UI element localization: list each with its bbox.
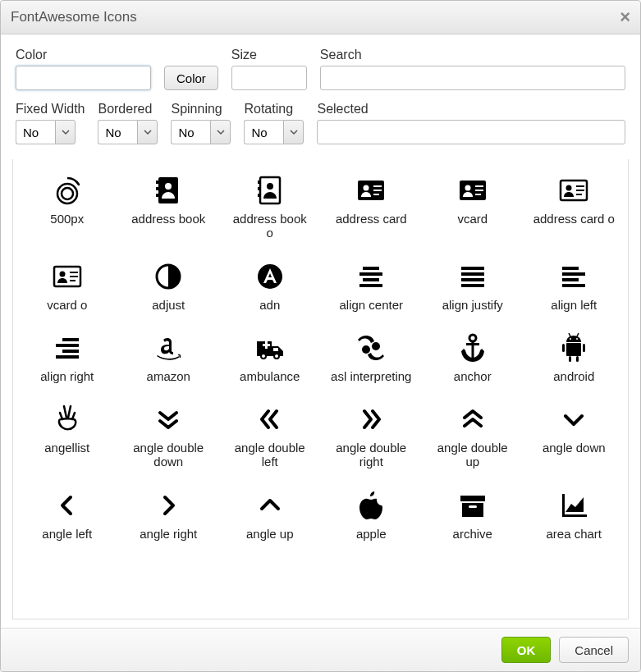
svg-rect-42 <box>461 284 484 287</box>
bordered-select[interactable] <box>98 120 158 144</box>
icon-cell-angle-down[interactable]: angle down <box>524 395 625 481</box>
icon-label: align left <box>551 298 597 312</box>
angle-right-icon <box>152 487 185 523</box>
svg-rect-32 <box>70 280 76 281</box>
icon-cell-vcard-o[interactable]: vcard o <box>16 252 118 323</box>
angle-left-icon <box>51 487 84 523</box>
spinning-dropdown-button[interactable] <box>210 120 231 144</box>
icon-cell-address-card-o[interactable]: address card o <box>524 166 625 252</box>
svg-point-24 <box>566 185 572 191</box>
angle-double-left-icon <box>254 401 286 437</box>
icon-cell-vcard[interactable]: vcard <box>422 166 524 252</box>
svg-rect-45 <box>562 278 579 281</box>
spinning-select[interactable] <box>171 120 231 144</box>
svg-rect-35 <box>363 267 379 270</box>
bordered-value[interactable] <box>98 120 137 144</box>
svg-point-52 <box>275 354 278 358</box>
icon-label: angle right <box>140 527 197 541</box>
rotating-value[interactable] <box>244 120 283 144</box>
size-field: Size <box>231 48 307 90</box>
icon-cell-anchor[interactable]: anchor <box>422 323 524 395</box>
icon-label: asl interpreting <box>331 369 411 383</box>
icon-cell-angle-double-down[interactable]: angle double down <box>118 395 220 481</box>
svg-rect-30 <box>70 272 78 273</box>
bordered-field: Bordered <box>98 102 158 144</box>
icon-cell-ambulance[interactable]: ambulance <box>219 323 321 395</box>
icon-cell-archive[interactable]: archive <box>422 481 524 552</box>
icon-cell-angellist[interactable]: angellist <box>16 395 118 481</box>
svg-point-12 <box>267 183 273 190</box>
cancel-button[interactable]: Cancel <box>559 637 629 663</box>
svg-point-7 <box>165 183 172 190</box>
icon-cell-address-book[interactable]: address book <box>118 166 220 252</box>
svg-rect-16 <box>373 190 382 191</box>
chevron-down-icon <box>217 128 225 136</box>
color-input[interactable] <box>16 66 151 90</box>
svg-rect-69 <box>462 503 483 517</box>
svg-line-67 <box>577 333 579 336</box>
svg-point-1 <box>57 184 77 203</box>
icon-cell-adn[interactable]: adn <box>219 252 321 323</box>
search-input[interactable] <box>320 66 625 90</box>
bordered-dropdown-button[interactable] <box>137 120 158 144</box>
rotating-select[interactable] <box>244 120 304 144</box>
close-icon[interactable]: × <box>620 8 630 26</box>
fixed-width-select[interactable] <box>16 120 85 144</box>
icon-cell-angle-double-up[interactable]: angle double up <box>422 395 524 481</box>
align-center-icon <box>355 258 387 295</box>
icon-cell-angle-double-right[interactable]: angle double right <box>321 395 423 481</box>
svg-point-51 <box>262 354 265 358</box>
icon-grid-scroll[interactable]: 500pxaddress bookaddress book oaddress c… <box>13 159 628 619</box>
angellist-icon <box>51 401 84 437</box>
size-input[interactable] <box>231 66 307 90</box>
svg-point-0 <box>62 188 73 199</box>
rotating-field: Rotating <box>244 102 304 144</box>
fixed-width-label: Fixed Width <box>16 102 85 117</box>
chevron-down-icon <box>62 128 70 136</box>
anchor-icon <box>456 330 489 366</box>
icon-cell-asl-interpreting[interactable]: asl interpreting <box>321 323 423 395</box>
icon-cell-area-chart[interactable]: area chart <box>524 481 625 552</box>
icon-cell-angle-double-left[interactable]: angle double left <box>219 395 321 481</box>
svg-rect-63 <box>583 344 585 352</box>
icon-cell-address-card[interactable]: address card <box>321 166 423 252</box>
icon-cell-adjust[interactable]: adjust <box>118 252 220 323</box>
svg-point-19 <box>465 185 470 191</box>
icon-cell-apple[interactable]: apple <box>321 481 423 552</box>
spinning-value[interactable] <box>171 120 210 144</box>
icon-label: angle double right <box>330 441 412 469</box>
icon-cell-align-right[interactable]: align right <box>16 323 118 395</box>
icon-cell-angle-up[interactable]: angle up <box>219 481 321 552</box>
icon-label: angle double down <box>127 441 209 469</box>
address-card-o-icon <box>557 172 590 208</box>
svg-rect-65 <box>576 356 579 362</box>
align-right-icon <box>51 330 84 366</box>
svg-rect-21 <box>475 190 483 191</box>
icon-cell-address-book-o[interactable]: address book o <box>219 166 321 252</box>
icon-cell-align-justify[interactable]: align justify <box>422 252 524 323</box>
color-field: Color <box>16 48 151 90</box>
ok-button[interactable]: OK <box>501 637 552 663</box>
rotating-label: Rotating <box>244 102 304 117</box>
selected-input[interactable] <box>317 120 625 144</box>
icon-cell-align-left[interactable]: align left <box>524 252 625 323</box>
icon-cell-500px[interactable]: 500px <box>16 166 118 252</box>
icon-cell-amazon[interactable]: amazon <box>118 323 220 395</box>
svg-rect-64 <box>569 356 571 362</box>
icon-cell-angle-left[interactable]: angle left <box>16 481 118 552</box>
fixed-width-dropdown-button[interactable] <box>55 120 76 144</box>
chevron-down-icon <box>144 128 152 136</box>
rotating-dropdown-button[interactable] <box>283 120 304 144</box>
align-justify-icon <box>456 258 489 295</box>
icon-cell-android[interactable]: android <box>524 323 625 395</box>
selected-label: Selected <box>317 102 625 117</box>
fixed-width-value[interactable] <box>16 120 55 144</box>
icon-label: anchor <box>454 369 492 383</box>
svg-rect-43 <box>562 267 579 270</box>
svg-rect-8 <box>260 177 280 203</box>
icon-cell-align-center[interactable]: align center <box>321 252 423 323</box>
color-button[interactable]: Color <box>164 66 218 90</box>
icon-cell-angle-right[interactable]: angle right <box>118 481 220 552</box>
svg-rect-10 <box>258 187 260 190</box>
svg-rect-40 <box>461 272 484 276</box>
